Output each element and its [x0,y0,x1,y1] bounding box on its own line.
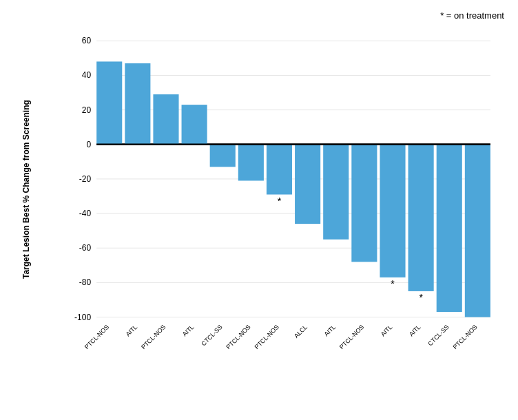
svg-text:-80: -80 [79,277,92,287]
svg-rect-35 [323,145,349,240]
svg-text:PTCL-NOS: PTCL-NOS [338,324,365,350]
svg-rect-39 [380,145,405,277]
svg-rect-20 [125,63,150,145]
svg-text:*: * [391,278,395,289]
svg-text:CTCL-SS: CTCL-SS [200,324,223,347]
svg-text:CTCL-SS: CTCL-SS [426,324,450,347]
svg-text:AITL: AITL [323,324,338,338]
svg-text:PTCL-NOS: PTCL-NOS [451,324,478,350]
chart-container: * = on treatment Target Lesion Best % Ch… [0,0,518,420]
svg-text:PTCL-NOS: PTCL-NOS [140,324,167,350]
svg-text:AITL: AITL [380,324,394,338]
svg-text:PTCL-NOS: PTCL-NOS [83,324,110,350]
svg-text:AITL: AITL [408,324,422,338]
svg-text:-40: -40 [79,209,92,218]
svg-rect-18 [96,61,122,144]
svg-text:ALCL: ALCL [293,324,309,339]
svg-text:40: 40 [82,70,92,80]
svg-rect-42 [408,145,434,291]
y-axis-label: Target Lesion Best % Change from Screeni… [21,141,31,279]
svg-rect-24 [182,105,207,145]
svg-rect-37 [351,145,377,262]
bar-chart: -100-80-60-40-200204060PTCL-NOSAITLPTCL-… [62,14,504,372]
svg-rect-45 [437,145,462,312]
svg-text:AITL: AITL [181,324,196,338]
svg-text:AITL: AITL [125,324,139,338]
svg-rect-30 [267,145,292,195]
svg-text:PTCL-NOS: PTCL-NOS [225,324,251,350]
svg-text:-60: -60 [79,243,92,253]
chart-area: -100-80-60-40-200204060PTCL-NOSAITLPTCL-… [62,14,504,372]
svg-text:*: * [278,196,282,207]
svg-text:PTCL-NOS: PTCL-NOS [253,324,280,350]
svg-rect-28 [238,145,264,181]
svg-text:0: 0 [86,140,91,149]
svg-rect-26 [210,145,236,167]
svg-rect-22 [153,94,178,145]
svg-text:60: 60 [82,36,92,45]
svg-text:-100: -100 [74,313,91,322]
svg-text:-20: -20 [79,174,92,184]
svg-rect-47 [465,145,490,317]
svg-text:20: 20 [82,105,92,115]
svg-text:*: * [419,292,423,303]
svg-rect-33 [295,145,320,224]
